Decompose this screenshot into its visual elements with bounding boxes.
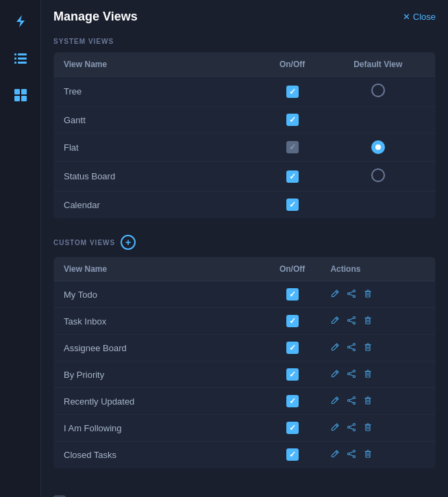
svg-line-34 xyxy=(350,344,353,346)
svg-line-25 xyxy=(350,320,353,322)
custom-views-label: CUSTOM VIEWS xyxy=(53,239,115,246)
share-icon[interactable] xyxy=(347,316,356,327)
checkbox-checked[interactable] xyxy=(286,199,299,211)
custom-views-header-row: View Name On/Off Actions xyxy=(54,257,436,281)
checkbox-checked[interactable] xyxy=(286,170,299,183)
on-off-cell xyxy=(264,133,321,162)
delete-icon[interactable] xyxy=(363,449,373,461)
svg-point-23 xyxy=(348,319,350,321)
system-views-label: SYSTEM VIEWS xyxy=(53,38,436,45)
table-row: Flat xyxy=(54,133,436,162)
radio-filled[interactable] xyxy=(371,140,385,154)
delete-icon[interactable] xyxy=(363,396,373,407)
delete-icon[interactable] xyxy=(363,289,373,301)
edit-icon[interactable] xyxy=(330,369,340,381)
checkbox-checked[interactable] xyxy=(286,114,299,126)
action-icons-group xyxy=(330,449,425,461)
action-icons-group xyxy=(330,342,425,354)
edit-icon[interactable] xyxy=(330,316,340,327)
on-off-cell xyxy=(264,308,321,335)
list-icon[interactable] xyxy=(8,45,34,71)
table-row: Gantt xyxy=(54,107,436,133)
table-row: Tree xyxy=(54,77,436,107)
svg-point-31 xyxy=(353,343,356,345)
header: Manage Views ✕ Close xyxy=(53,10,436,24)
svg-rect-6 xyxy=(18,62,27,64)
lightning-icon[interactable] xyxy=(8,8,34,34)
action-icons-group xyxy=(330,422,425,434)
checkbox-gray[interactable] xyxy=(286,141,299,153)
svg-line-24 xyxy=(350,318,353,320)
table-row: Assignee Board xyxy=(54,335,436,361)
add-custom-view-button[interactable]: + xyxy=(121,235,136,250)
checkbox-checked[interactable] xyxy=(286,422,299,434)
delete-icon[interactable] xyxy=(363,342,373,354)
col-header-default-view: Default View xyxy=(321,53,435,77)
close-x-icon: ✕ xyxy=(403,12,410,22)
checkbox-checked[interactable] xyxy=(286,315,299,327)
view-name-cell: By Priority xyxy=(54,361,264,388)
page-title: Manage Views xyxy=(53,10,138,24)
svg-point-52 xyxy=(353,402,356,404)
svg-point-72 xyxy=(353,455,356,457)
board-icon[interactable] xyxy=(8,82,34,108)
checkbox-checked[interactable] xyxy=(286,448,299,461)
svg-point-62 xyxy=(353,429,356,431)
svg-point-73 xyxy=(348,453,350,455)
checkbox-checked[interactable] xyxy=(286,288,299,301)
svg-point-11 xyxy=(353,290,356,292)
edit-icon[interactable] xyxy=(330,422,340,434)
view-name-cell: My Todo xyxy=(54,281,264,308)
action-icons-group xyxy=(330,396,425,407)
view-name-cell: Status Board xyxy=(54,162,264,192)
action-icons-group xyxy=(330,289,425,301)
delete-icon[interactable] xyxy=(363,316,373,327)
svg-rect-36 xyxy=(366,345,370,351)
edit-icon[interactable] xyxy=(330,449,340,461)
share-icon[interactable] xyxy=(347,342,356,354)
share-icon[interactable] xyxy=(347,289,356,301)
edit-icon[interactable] xyxy=(330,289,340,301)
svg-rect-5 xyxy=(14,62,16,64)
svg-rect-4 xyxy=(18,58,27,60)
svg-rect-66 xyxy=(366,425,370,431)
actions-cell xyxy=(321,308,435,335)
action-icons-group xyxy=(330,316,425,327)
edit-icon[interactable] xyxy=(330,342,340,354)
svg-rect-8 xyxy=(21,89,27,94)
col-header-view-name-custom: View Name xyxy=(54,257,264,281)
on-off-cell xyxy=(264,442,321,468)
on-off-cell xyxy=(264,415,321,442)
svg-rect-10 xyxy=(21,96,27,101)
radio-empty[interactable] xyxy=(371,84,385,97)
on-off-cell xyxy=(264,281,321,308)
delete-icon[interactable] xyxy=(363,422,373,434)
checkbox-checked[interactable] xyxy=(286,395,299,407)
action-icons-group xyxy=(330,369,425,381)
share-icon[interactable] xyxy=(347,449,356,461)
svg-rect-2 xyxy=(18,53,27,55)
svg-point-61 xyxy=(353,423,356,425)
radio-empty[interactable] xyxy=(371,168,385,182)
main-content: Manage Views ✕ Close SYSTEM VIEWS View N… xyxy=(41,0,448,497)
share-icon[interactable] xyxy=(347,422,356,434)
edit-icon[interactable] xyxy=(330,396,340,407)
checkbox-checked[interactable] xyxy=(286,342,299,354)
checkbox-checked[interactable] xyxy=(286,86,299,98)
system-views-section: SYSTEM VIEWS View Name On/Off Default Vi… xyxy=(53,38,436,218)
close-button[interactable]: ✕ Close xyxy=(403,12,436,22)
svg-rect-1 xyxy=(14,53,16,55)
svg-point-21 xyxy=(353,316,356,318)
share-icon[interactable] xyxy=(347,369,356,381)
share-icon[interactable] xyxy=(347,396,356,407)
default-view-cell xyxy=(321,77,435,107)
svg-rect-26 xyxy=(366,318,370,324)
footer-row: Show All Views In My Organization xyxy=(53,485,436,497)
svg-point-32 xyxy=(353,348,356,351)
table-row: By Priority xyxy=(54,361,436,388)
delete-icon[interactable] xyxy=(363,369,373,381)
default-view-cell xyxy=(321,107,435,133)
svg-rect-56 xyxy=(366,398,370,404)
checkbox-checked[interactable] xyxy=(286,368,299,381)
svg-point-53 xyxy=(348,399,350,401)
